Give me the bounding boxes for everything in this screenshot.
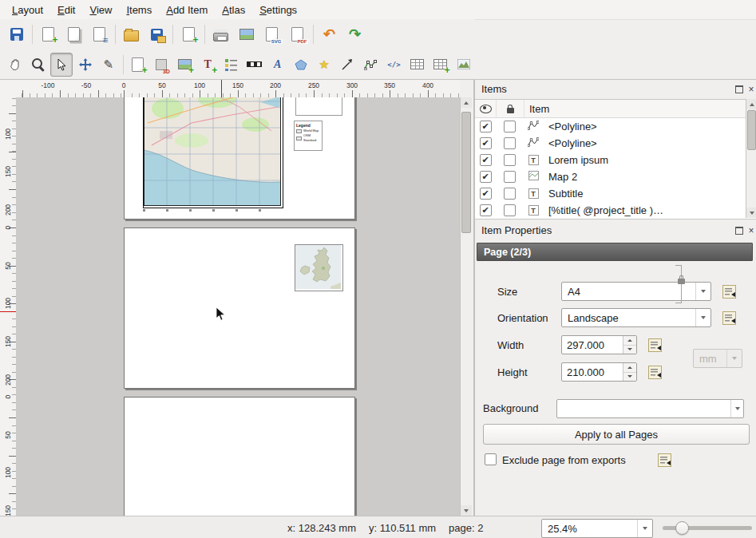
add-pages-button[interactable] [176, 22, 201, 46]
menu-edit[interactable]: Edit [50, 2, 82, 18]
toolbar-separator [123, 55, 124, 74]
inset-map-item[interactable] [295, 244, 343, 291]
items-panel-close-button[interactable]: × [746, 84, 756, 95]
export-pdf-button[interactable] [285, 22, 310, 46]
add-3d-map-button[interactable] [150, 53, 172, 77]
item-visibility-checkbox[interactable] [480, 204, 492, 216]
layout-page-1[interactable]: Legend World MapOSM Standard [124, 97, 355, 220]
layout-manager-button[interactable] [87, 22, 112, 46]
item-lock-checkbox[interactable] [504, 171, 516, 183]
item-properties-float-button[interactable] [734, 225, 745, 236]
add-elevation-profile-button[interactable] [453, 53, 475, 77]
zoom-slider-thumb[interactable] [675, 521, 689, 535]
canvas-scrollbar[interactable] [460, 97, 472, 516]
item-row[interactable]: T[%title( @project_title )… [475, 202, 756, 219]
item-properties-close-button[interactable]: × [746, 225, 756, 236]
legend-item[interactable]: Legend World MapOSM Standard [294, 121, 323, 151]
menu-add-item[interactable]: Add Item [159, 2, 215, 18]
add-html-button[interactable] [382, 53, 405, 77]
add-items-from-template-button[interactable] [119, 22, 144, 46]
item-lock-checkbox[interactable] [504, 188, 516, 200]
add-scalebar-button[interactable] [243, 53, 265, 77]
menu-view[interactable]: View [82, 2, 119, 18]
new-layout-button[interactable] [36, 22, 61, 46]
scrollbar-thumb[interactable] [461, 112, 471, 233]
item-row[interactable]: <Polyline> [475, 135, 756, 152]
add-marker-button[interactable] [313, 53, 335, 77]
scroll-down-button[interactable] [746, 208, 756, 218]
layout-page-3[interactable] [124, 397, 355, 516]
add-fixed-table-button[interactable] [429, 53, 452, 77]
zoom-level-combobox[interactable]: 25.4% [541, 519, 653, 538]
item-visibility-checkbox[interactable] [480, 188, 492, 200]
lock-ratio-icon[interactable] [678, 279, 685, 284]
zoom-button[interactable] [27, 53, 49, 77]
item-row[interactable]: TSubtitle [475, 185, 756, 202]
select-move-item-button[interactable] [50, 53, 73, 77]
units-value: mm [699, 353, 717, 365]
export-pdf-icon [289, 26, 307, 43]
add-label-button[interactable] [196, 53, 219, 77]
print-button[interactable] [208, 22, 233, 46]
background-color-widget[interactable] [556, 399, 744, 418]
menu-layout[interactable]: Layout [5, 2, 50, 18]
item-visibility-checkbox[interactable] [480, 121, 492, 133]
add-legend-button[interactable] [220, 53, 242, 77]
redo-button[interactable] [342, 22, 367, 46]
item-lock-checkbox[interactable] [504, 137, 516, 149]
title-label-item[interactable] [295, 97, 342, 116]
scroll-up-button[interactable] [461, 97, 472, 108]
save-project-button[interactable] [4, 22, 29, 46]
item-row[interactable]: Map 2 [475, 168, 756, 185]
size-combobox[interactable]: A4 [561, 282, 711, 301]
width-spinbox[interactable]: 297.000 [561, 335, 637, 354]
items-list-scrollbar[interactable] [746, 99, 756, 218]
save-as-template-button[interactable] [144, 22, 169, 46]
menu-settings[interactable]: Settings [252, 2, 304, 18]
move-item-content-button[interactable] [73, 53, 96, 77]
layout-page-2[interactable] [124, 227, 355, 389]
add-picture-button[interactable] [173, 53, 196, 77]
pan-button[interactable] [4, 53, 26, 77]
add-map-button[interactable] [127, 53, 149, 77]
main-map-item[interactable] [143, 97, 283, 208]
orientation-data-defined-button[interactable] [719, 308, 738, 327]
add-node-item-button[interactable] [359, 53, 382, 77]
scroll-down-button[interactable] [461, 505, 472, 516]
item-visibility-checkbox[interactable] [480, 154, 492, 166]
item-lock-checkbox[interactable] [504, 121, 516, 133]
export-svg-button[interactable] [259, 22, 284, 46]
layout-canvas[interactable]: Legend World MapOSM Standard [16, 97, 460, 516]
exclude-data-defined-button[interactable] [655, 450, 674, 469]
scrollbar-thumb[interactable] [747, 110, 756, 150]
undo-button[interactable] [317, 22, 342, 46]
spin-buttons[interactable] [623, 336, 636, 354]
export-image-button[interactable] [234, 22, 259, 46]
orientation-combobox[interactable]: Landscape [561, 308, 711, 327]
duplicate-layout-button[interactable] [61, 22, 86, 46]
edit-nodes-item-button[interactable] [97, 53, 120, 77]
add-north-arrow-button[interactable] [267, 53, 289, 77]
height-data-defined-button[interactable] [645, 362, 664, 382]
add-arrow-button[interactable] [336, 53, 358, 77]
item-lock-checkbox[interactable] [504, 154, 516, 166]
add-attribute-table-button[interactable] [406, 53, 429, 77]
spin-buttons[interactable] [623, 363, 636, 381]
menu-items[interactable]: Items [119, 2, 159, 18]
apply-to-all-pages-button[interactable]: Apply to all Pages [483, 424, 750, 445]
menu-atlas[interactable]: Atlas [215, 2, 252, 18]
item-row[interactable]: TLorem ipsum [475, 152, 756, 168]
scroll-up-button[interactable] [746, 99, 756, 109]
size-data-defined-button[interactable] [719, 282, 738, 301]
add-shape-button[interactable] [290, 53, 312, 77]
items-panel-float-button[interactable] [734, 84, 745, 95]
item-visibility-checkbox[interactable] [480, 171, 492, 183]
width-data-defined-button[interactable] [645, 335, 664, 354]
item-visibility-checkbox[interactable] [480, 137, 492, 149]
exclude-page-checkbox[interactable] [485, 453, 497, 465]
item-lock-checkbox[interactable] [504, 204, 516, 216]
lock-icon [507, 108, 514, 113]
legend-swatch [296, 136, 302, 140]
item-row[interactable]: <Polyline> [475, 118, 756, 135]
height-spinbox[interactable]: 210.000 [561, 362, 637, 382]
